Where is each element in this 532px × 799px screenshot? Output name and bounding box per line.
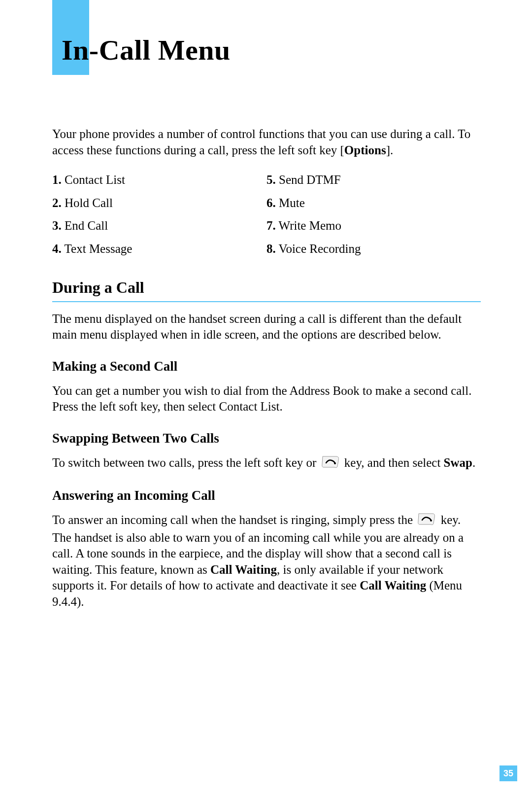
option-num: 2.	[52, 196, 62, 209]
swap-text-1: To switch between two calls, press the l…	[52, 456, 320, 469]
svg-point-0	[334, 462, 336, 464]
send-key-icon	[322, 455, 339, 473]
option-label: Mute	[279, 196, 305, 209]
option-voice-recording: 8. Voice Recording	[266, 241, 481, 257]
intro-options-bold: Options	[344, 143, 386, 157]
options-col-right: 5. Send DTMF 6. Mute 7. Write Memo 8. Vo…	[266, 172, 481, 264]
option-write-memo: 7. Write Memo	[266, 218, 481, 234]
options-col-left: 1. Contact List 2. Hold Call 3. End Call…	[52, 172, 266, 264]
swap-text-3: .	[472, 456, 475, 469]
send-key-icon	[418, 513, 435, 530]
option-num: 1.	[52, 173, 62, 186]
options-list: 1. Contact List 2. Hold Call 3. End Call…	[52, 172, 481, 264]
svg-point-1	[430, 520, 432, 521]
option-hold-call: 2. Hold Call	[52, 195, 266, 211]
page-number: 35	[499, 765, 517, 781]
chapter-title: In-Call Menu	[62, 34, 231, 67]
page: In-Call Menu Your phone provides a numbe…	[0, 0, 532, 799]
option-num: 8.	[266, 242, 276, 255]
option-label: Voice Recording	[279, 242, 361, 255]
swapping-para: To switch between two calls, press the l…	[52, 455, 481, 473]
subheading-swapping: Swapping Between Two Calls	[52, 430, 481, 447]
option-text-message: 4. Text Message	[52, 241, 266, 257]
option-label: Write Memo	[279, 219, 341, 232]
section-heading-during-a-call: During a Call	[52, 278, 481, 302]
intro-text-2: ].	[386, 143, 394, 157]
option-num: 4.	[52, 242, 62, 255]
option-label: End Call	[65, 219, 108, 232]
option-label: Contact List	[65, 173, 125, 186]
option-end-call: 3. End Call	[52, 218, 266, 234]
intro-text-1: Your phone provides a number of control …	[52, 127, 470, 157]
option-num: 5.	[266, 173, 276, 186]
second-call-para: You can get a number you wish to dial fr…	[52, 383, 481, 415]
option-num: 6.	[266, 196, 276, 209]
content-area: Your phone provides a number of control …	[52, 126, 481, 615]
subheading-making-second-call: Making a Second Call	[52, 358, 481, 375]
swap-text-2: key, and then select	[341, 456, 444, 469]
swap-bold: Swap	[444, 456, 472, 469]
option-num: 3.	[52, 219, 62, 232]
option-label: Send DTMF	[279, 173, 341, 186]
ans-bold-2: Call Waiting	[360, 579, 426, 592]
option-label: Hold Call	[65, 196, 113, 209]
option-send-dtmf: 5. Send DTMF	[266, 172, 481, 188]
option-num: 7.	[266, 219, 276, 232]
intro-paragraph: Your phone provides a number of control …	[52, 126, 481, 158]
subheading-answering: Answering an Incoming Call	[52, 487, 481, 504]
during-call-para: The menu displayed on the handset screen…	[52, 311, 481, 343]
option-label: Text Message	[65, 242, 133, 255]
ans-bold-1: Call Waiting	[210, 563, 277, 576]
ans-text-1: To answer an incoming call when the hand…	[52, 513, 416, 526]
answering-para: To answer an incoming call when the hand…	[52, 512, 481, 610]
option-contact-list: 1. Contact List	[52, 172, 266, 188]
option-mute: 6. Mute	[266, 195, 481, 211]
